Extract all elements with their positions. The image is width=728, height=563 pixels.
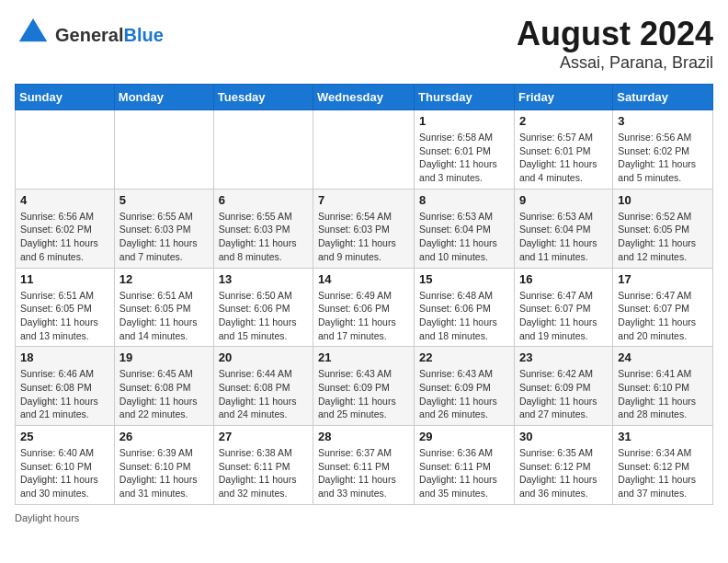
logo-text: GeneralBlue	[55, 26, 164, 44]
day-number: 14	[318, 272, 409, 286]
day-detail: Sunrise: 6:35 AM Sunset: 6:12 PM Dayligh…	[519, 446, 608, 500]
day-detail: Sunrise: 6:57 AM Sunset: 6:01 PM Dayligh…	[519, 131, 608, 185]
calendar-cell: 3Sunrise: 6:56 AM Sunset: 6:02 PM Daylig…	[613, 110, 713, 190]
logo-icon	[15, 15, 51, 55]
weekday-header: Friday	[514, 85, 612, 110]
calendar-cell: 6Sunrise: 6:55 AM Sunset: 6:03 PM Daylig…	[213, 189, 313, 268]
day-detail: Sunrise: 6:48 AM Sunset: 6:06 PM Dayligh…	[419, 289, 509, 343]
day-detail: Sunrise: 6:43 AM Sunset: 6:09 PM Dayligh…	[318, 367, 409, 421]
calendar-cell: 1Sunrise: 6:58 AM Sunset: 6:01 PM Daylig…	[415, 110, 515, 190]
day-number: 9	[519, 193, 608, 207]
day-number: 28	[318, 430, 409, 443]
page-title: August 2024	[517, 15, 713, 53]
day-detail: Sunrise: 6:45 AM Sunset: 6:08 PM Dayligh…	[119, 367, 209, 421]
calendar-cell: 12Sunrise: 6:51 AM Sunset: 6:05 PM Dayli…	[114, 268, 213, 347]
logo-general: General	[55, 25, 123, 45]
weekday-header: Saturday	[613, 85, 713, 110]
calendar-week: 11Sunrise: 6:51 AM Sunset: 6:05 PM Dayli…	[16, 268, 713, 347]
calendar-cell: 27Sunrise: 6:38 AM Sunset: 6:11 PM Dayli…	[213, 426, 313, 505]
calendar-cell: 10Sunrise: 6:52 AM Sunset: 6:05 PM Dayli…	[613, 189, 713, 268]
day-number: 22	[419, 350, 509, 364]
day-number: 25	[20, 430, 109, 443]
day-detail: Sunrise: 6:38 AM Sunset: 6:11 PM Dayligh…	[219, 446, 308, 500]
calendar-cell: 31Sunrise: 6:34 AM Sunset: 6:12 PM Dayli…	[613, 426, 713, 505]
day-number: 29	[419, 430, 509, 443]
calendar-cell: 22Sunrise: 6:43 AM Sunset: 6:09 PM Dayli…	[415, 347, 515, 426]
calendar-cell	[114, 110, 213, 190]
day-number: 17	[618, 272, 708, 286]
day-number: 7	[318, 193, 409, 207]
weekday-header: Tuesday	[213, 85, 313, 110]
weekday-header: Thursday	[415, 85, 515, 110]
calendar-cell: 14Sunrise: 6:49 AM Sunset: 6:06 PM Dayli…	[313, 268, 415, 347]
day-number: 19	[119, 350, 209, 364]
day-number: 31	[618, 430, 708, 443]
calendar-cell: 28Sunrise: 6:37 AM Sunset: 6:11 PM Dayli…	[313, 426, 415, 505]
calendar-cell	[313, 110, 415, 190]
day-detail: Sunrise: 6:53 AM Sunset: 6:04 PM Dayligh…	[419, 210, 509, 264]
calendar-body: 1Sunrise: 6:58 AM Sunset: 6:01 PM Daylig…	[16, 110, 713, 505]
day-detail: Sunrise: 6:44 AM Sunset: 6:08 PM Dayligh…	[219, 367, 308, 421]
calendar-cell	[16, 110, 115, 190]
day-number: 30	[519, 430, 608, 443]
day-number: 24	[618, 350, 708, 364]
day-number: 11	[20, 272, 109, 286]
day-number: 23	[519, 350, 608, 364]
weekday-header: Wednesday	[313, 85, 415, 110]
calendar-week: 18Sunrise: 6:46 AM Sunset: 6:08 PM Dayli…	[16, 347, 713, 426]
day-detail: Sunrise: 6:52 AM Sunset: 6:05 PM Dayligh…	[618, 210, 708, 264]
page-header: GeneralBlue August 2024 Assai, Parana, B…	[15, 15, 713, 73]
logo: GeneralBlue	[15, 15, 164, 55]
title-area: August 2024 Assai, Parana, Brazil	[517, 15, 713, 73]
calendar-cell: 4Sunrise: 6:56 AM Sunset: 6:02 PM Daylig…	[16, 189, 115, 268]
calendar-cell: 13Sunrise: 6:50 AM Sunset: 6:06 PM Dayli…	[213, 268, 313, 347]
day-detail: Sunrise: 6:43 AM Sunset: 6:09 PM Dayligh…	[419, 367, 509, 421]
calendar-week: 4Sunrise: 6:56 AM Sunset: 6:02 PM Daylig…	[16, 189, 713, 268]
day-detail: Sunrise: 6:47 AM Sunset: 6:07 PM Dayligh…	[618, 289, 708, 343]
footer: Daylight hours	[15, 512, 713, 523]
calendar-cell: 16Sunrise: 6:47 AM Sunset: 6:07 PM Dayli…	[514, 268, 612, 347]
day-number: 16	[519, 272, 608, 286]
day-number: 20	[219, 350, 308, 364]
weekday-header: Sunday	[16, 85, 115, 110]
day-detail: Sunrise: 6:51 AM Sunset: 6:05 PM Dayligh…	[119, 289, 209, 343]
calendar-week: 25Sunrise: 6:40 AM Sunset: 6:10 PM Dayli…	[16, 426, 713, 505]
calendar-cell: 21Sunrise: 6:43 AM Sunset: 6:09 PM Dayli…	[313, 347, 415, 426]
svg-marker-0	[18, 18, 48, 42]
calendar-cell: 19Sunrise: 6:45 AM Sunset: 6:08 PM Dayli…	[114, 347, 213, 426]
calendar-cell: 8Sunrise: 6:53 AM Sunset: 6:04 PM Daylig…	[415, 189, 515, 268]
day-detail: Sunrise: 6:46 AM Sunset: 6:08 PM Dayligh…	[20, 367, 109, 421]
day-detail: Sunrise: 6:53 AM Sunset: 6:04 PM Dayligh…	[519, 210, 608, 264]
day-number: 3	[618, 114, 708, 128]
calendar-cell: 29Sunrise: 6:36 AM Sunset: 6:11 PM Dayli…	[415, 426, 515, 505]
day-number: 5	[119, 193, 209, 207]
day-detail: Sunrise: 6:42 AM Sunset: 6:09 PM Dayligh…	[519, 367, 608, 421]
calendar-cell: 25Sunrise: 6:40 AM Sunset: 6:10 PM Dayli…	[16, 426, 115, 505]
calendar-cell: 11Sunrise: 6:51 AM Sunset: 6:05 PM Dayli…	[16, 268, 115, 347]
day-number: 18	[20, 350, 109, 364]
calendar-cell: 5Sunrise: 6:55 AM Sunset: 6:03 PM Daylig…	[114, 189, 213, 268]
weekday-header: Monday	[114, 85, 213, 110]
day-number: 15	[419, 272, 509, 286]
calendar-cell: 7Sunrise: 6:54 AM Sunset: 6:03 PM Daylig…	[313, 189, 415, 268]
day-detail: Sunrise: 6:41 AM Sunset: 6:10 PM Dayligh…	[618, 367, 708, 421]
calendar-header: SundayMondayTuesdayWednesdayThursdayFrid…	[16, 85, 713, 110]
day-number: 1	[419, 114, 509, 128]
day-detail: Sunrise: 6:56 AM Sunset: 6:02 PM Dayligh…	[20, 210, 109, 264]
day-number: 2	[519, 114, 608, 128]
daylight-label: Daylight hours	[15, 512, 79, 523]
day-number: 10	[618, 193, 708, 207]
calendar-cell: 26Sunrise: 6:39 AM Sunset: 6:10 PM Dayli…	[114, 426, 213, 505]
day-detail: Sunrise: 6:50 AM Sunset: 6:06 PM Dayligh…	[219, 289, 308, 343]
day-number: 27	[219, 430, 308, 443]
calendar-table: SundayMondayTuesdayWednesdayThursdayFrid…	[15, 84, 713, 505]
calendar-cell: 9Sunrise: 6:53 AM Sunset: 6:04 PM Daylig…	[514, 189, 612, 268]
day-detail: Sunrise: 6:54 AM Sunset: 6:03 PM Dayligh…	[318, 210, 409, 264]
logo-blue: Blue	[123, 25, 163, 45]
day-detail: Sunrise: 6:36 AM Sunset: 6:11 PM Dayligh…	[419, 446, 509, 500]
day-detail: Sunrise: 6:51 AM Sunset: 6:05 PM Dayligh…	[20, 289, 109, 343]
day-number: 8	[419, 193, 509, 207]
day-detail: Sunrise: 6:56 AM Sunset: 6:02 PM Dayligh…	[618, 131, 708, 185]
calendar-cell: 20Sunrise: 6:44 AM Sunset: 6:08 PM Dayli…	[213, 347, 313, 426]
day-detail: Sunrise: 6:40 AM Sunset: 6:10 PM Dayligh…	[20, 446, 109, 500]
